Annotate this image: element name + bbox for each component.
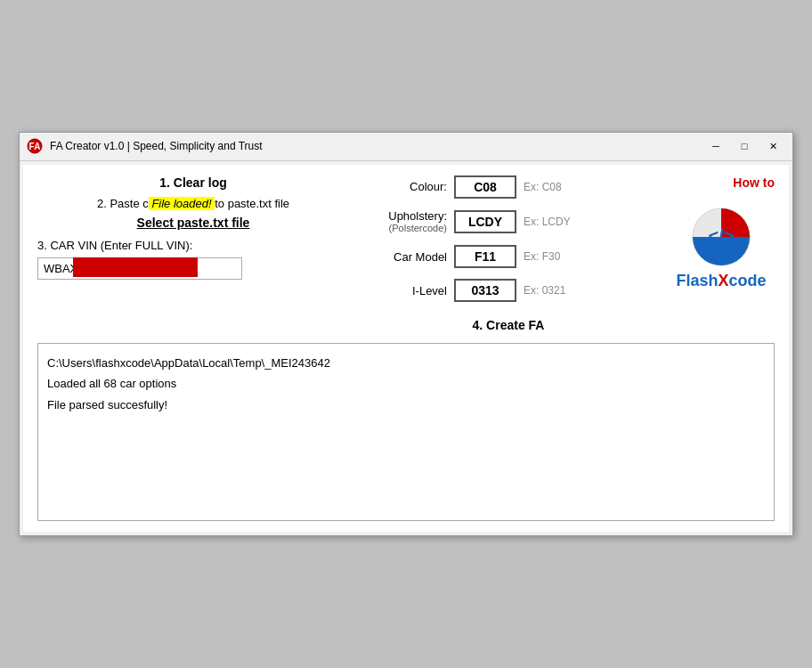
step2-prefix: 2. Paste c [97, 197, 149, 210]
upholstery-input[interactable] [454, 210, 516, 233]
colour-row: Colour: Ex: C08 [358, 175, 659, 199]
upholstery-example: Ex: LCDY [524, 216, 571, 228]
vin-container [37, 257, 242, 280]
ilevel-label: I-Level [358, 284, 447, 297]
flashxcode-logo-icon: </> [690, 206, 752, 268]
step2-suffix: to paste.txt file [215, 197, 289, 210]
flashxcode-logo-text: FlashXcode [676, 272, 766, 290]
left-panel: 1. Clear log 2. Paste c File loaded! to … [37, 175, 358, 332]
log-line-2: Loaded all 68 car options [47, 373, 765, 394]
logo-area: </> FlashXcode [676, 206, 766, 290]
ilevel-input[interactable] [454, 279, 516, 302]
logo-x: X [718, 272, 728, 289]
main-content: 1. Clear log 2. Paste c File loaded! to … [23, 165, 789, 532]
carmodel-label: Car Model [358, 250, 447, 264]
minimize-button[interactable]: ─ [703, 136, 728, 156]
upholstery-label-wrap: Upholstery: (Polstercode) [358, 209, 447, 234]
create-fa-button[interactable]: 4. Create FA [358, 318, 659, 332]
upholstery-row: Upholstery: (Polstercode) Ex: LCDY [358, 209, 659, 234]
step1-label: 1. Clear log [37, 175, 349, 190]
maximize-button[interactable]: □ [732, 136, 757, 156]
upholstery-sublabel: (Polstercode) [389, 223, 447, 234]
upholstery-label: Upholstery: [388, 209, 447, 223]
window-title: FA Creator v1.0 | Speed, Simplicity and … [50, 140, 703, 152]
svg-text:FA: FA [29, 142, 41, 151]
carmodel-input[interactable] [454, 245, 516, 268]
vin-redacted-overlay [73, 257, 198, 277]
ilevel-row: I-Level Ex: 0321 [358, 279, 659, 302]
log-area: C:\Users\flashxcode\AppData\Local\Temp\_… [37, 343, 775, 521]
ilevel-example: Ex: 0321 [524, 284, 565, 297]
close-button[interactable]: ✕ [760, 136, 785, 156]
logo-code: code [729, 272, 767, 289]
colour-example: Ex: C08 [524, 181, 562, 193]
carmodel-row: Car Model Ex: F30 [358, 245, 659, 268]
how-to-link[interactable]: How to [733, 175, 775, 190]
window-controls: ─ □ ✕ [703, 136, 785, 156]
step2-text: 2. Paste c File loaded! to paste.txt fil… [37, 197, 349, 210]
app-icon: FA [27, 138, 43, 154]
select-file-button[interactable]: Select paste.txt file [137, 216, 250, 230]
svg-text:</>: </> [709, 226, 735, 246]
titlebar: FA FA Creator v1.0 | Speed, Simplicity a… [20, 133, 792, 161]
carmodel-example: Ex: F30 [524, 250, 560, 263]
colour-input[interactable] [454, 175, 516, 199]
far-right-panel: How to </> FlashXc [659, 175, 775, 332]
right-panel: Colour: Ex: C08 Upholstery: (Polstercode… [358, 175, 659, 332]
vin-label: 3. CAR VIN (Enter FULL VIN): [37, 239, 349, 252]
logo-flash: Flash [676, 272, 718, 289]
colour-label: Colour: [358, 180, 447, 193]
top-section: 1. Clear log 2. Paste c File loaded! to … [37, 175, 775, 332]
log-line-3: File parsed succesfully! [47, 395, 765, 415]
step2-highlight: File loaded! [149, 197, 215, 210]
main-window: FA FA Creator v1.0 | Speed, Simplicity a… [19, 132, 793, 536]
log-line-1: C:\Users\flashxcode\AppData\Local\Temp\_… [47, 353, 765, 373]
